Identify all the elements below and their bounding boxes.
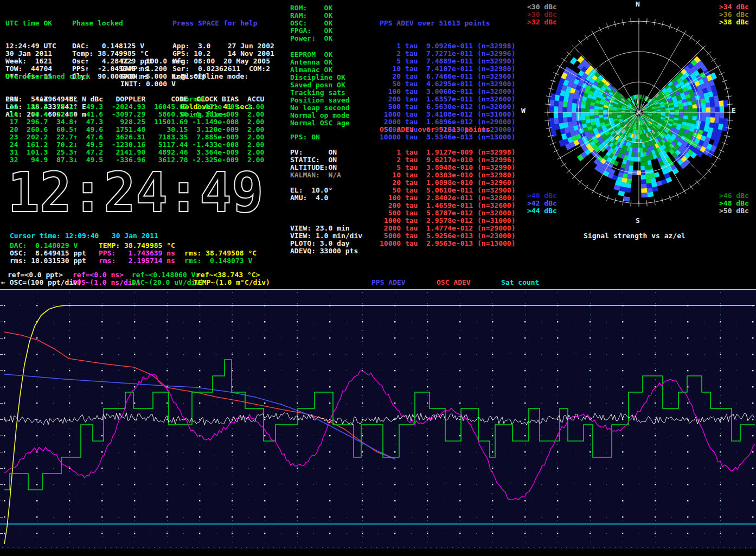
osc-adev-table: OSC ADEV over 51613 points 1 tau 1.9127e… bbox=[380, 111, 515, 263]
cursor-time: Cursor time: 12:09:40 30 Jan 2011 bbox=[10, 232, 158, 240]
cursor-value: OSC: 8.649415 ppt bbox=[10, 250, 86, 257]
gps-status-block: EEPROM OKAntenna OKAlmanac OKDiscipline … bbox=[290, 51, 350, 127]
sat-cell: 14 bbox=[5, 111, 18, 118]
loop-params-block: TC: 100.0 secDAMP: 1.200GAIN:-5.000 Hz/V… bbox=[120, 57, 188, 88]
sat-cell: ACCU bbox=[239, 95, 264, 103]
plot-ref-label: ref=<0.0 ns> bbox=[73, 271, 124, 279]
sat-table-header: PRN°AZ°ELdBcDOPPLERCODECLOCK BIASACCU bbox=[5, 95, 264, 103]
adev-row: 10 tau 2.0303e-010 (n=32980) bbox=[380, 171, 515, 179]
phase-status-title: Phase locked bbox=[72, 20, 153, 27]
sat-cell: 928.25 bbox=[103, 118, 145, 126]
fix-flag-line: ALTITUDE:ON bbox=[290, 164, 341, 171]
plot-ref-label: ref=<0.0 ppt> bbox=[8, 271, 63, 279]
adev-row: 500 tau 6.5630e-012 (n=32000) bbox=[380, 103, 515, 111]
dbc-legend-item: >40 dBc bbox=[527, 192, 557, 200]
dbc-legend-top-left: <30 dBc>30 dBc>32 dBc bbox=[527, 3, 557, 26]
plot-scale-label: PPS~(1.0 ns/div) bbox=[73, 279, 140, 286]
sat-cell: CLOCK BIAS bbox=[188, 95, 239, 103]
fix-flag-line: PV: ON bbox=[290, 149, 341, 156]
sat-cell: 57.2↓ bbox=[48, 103, 78, 111]
sat-cell: 2.00 bbox=[239, 111, 264, 118]
adev-row: 50 tau 5.0610e-011 (n=32900) bbox=[380, 187, 515, 194]
history-plot[interactable] bbox=[0, 289, 756, 556]
sat-cell: 2.071e-009 bbox=[188, 103, 239, 111]
help-hint: Press SPACE for help bbox=[172, 20, 274, 27]
loop-param-line: DAMP: 1.200 bbox=[120, 65, 188, 73]
cursor-value: DAC: 0.148029 V bbox=[10, 242, 78, 250]
adev-row: 10000 tau 2.9563e-013 (n=13000) bbox=[380, 240, 515, 247]
dbc-legend-bottom-right: >46 dBc>48 dBc>50 dBc bbox=[719, 192, 749, 215]
adev-row: 5000 tau 5.9256e-013 (n=23000) bbox=[380, 232, 515, 240]
cursor-value: rms: 38.749508 °C bbox=[184, 250, 257, 257]
dbc-legend-top-right: >34 dBc>36 dBc>38 dBc bbox=[719, 3, 749, 26]
adev-row: 1000 tau 2.9578e-012 (n=31000) bbox=[380, 217, 515, 225]
adev-row: 1 tau 9.0926e-011 (n=32998) bbox=[380, 42, 515, 50]
selftest-line: Power: OK bbox=[290, 35, 332, 42]
sat-cell: 101.3 bbox=[18, 149, 48, 156]
pps-adev-title: PPS ADEV over 51613 points bbox=[380, 20, 515, 27]
sat-cell: 7183.35 bbox=[145, 133, 188, 141]
gps-status-line: Normal op mode bbox=[290, 112, 350, 119]
sat-cell: -1230.16 bbox=[103, 141, 145, 149]
sat-table-row: 20260.660.5↑49.61751.4830.153.120e-0092.… bbox=[5, 126, 264, 133]
adev-row: 2000 tau 1.4774e-012 (n=29000) bbox=[380, 225, 515, 232]
loop-param-line: GAIN:-5.000 Hz/V bbox=[120, 73, 188, 80]
dbc-legend-bottom-left: >40 dBc>42 dBc>44 dBc bbox=[527, 192, 557, 215]
gps-status-line: Position saved bbox=[290, 97, 350, 104]
dbc-legend-item: >48 dBc bbox=[719, 200, 749, 207]
sat-table-row: 1446.422.8↓41.6-3097.295860.56-5.101e-00… bbox=[5, 111, 264, 118]
sat-cell: 2.00 bbox=[239, 149, 264, 156]
gps-status-line: Almanac OK bbox=[290, 66, 350, 74]
osc-adev-rows: 1 tau 1.9127e-009 (n=32998) 2 tau 9.6217… bbox=[380, 149, 515, 247]
plot-ref-label: ref~<38.743 °C> bbox=[196, 271, 260, 279]
sat-cell: 11 bbox=[5, 103, 18, 111]
sat-cell: °EL bbox=[48, 95, 78, 103]
dbc-legend-item: >50 dBc bbox=[719, 207, 749, 215]
polar-caption: Signal strength vs az/el bbox=[584, 232, 685, 240]
sat-cell: 47.2 bbox=[78, 149, 103, 156]
sat-cell: -5.101e-009 bbox=[188, 111, 239, 118]
view-line: VIEW: 23.0 min bbox=[290, 225, 362, 232]
view-info-block: VIEW: 23.0 minVIEW: 1.0 min/divPLOTQ: 3.… bbox=[290, 225, 362, 255]
gps-status-line: Tracking sats bbox=[290, 89, 350, 97]
sat-cell: 2141.90 bbox=[103, 149, 145, 156]
sat-cell: 47.3 bbox=[78, 118, 103, 126]
sat-cell: 182.2 bbox=[18, 103, 48, 111]
view-line: PLOTQ: 3.0 day bbox=[290, 240, 362, 247]
plot-ref-label: ref~<0.148060 V> bbox=[132, 271, 200, 279]
adev-row: 20 tau 6.7466e-011 (n=32960) bbox=[380, 73, 515, 80]
dbc-legend-item: >34 dBc bbox=[719, 3, 749, 11]
sat-table-row: 24161.270.2↓49.5-1230.165117.44-1.433e-0… bbox=[5, 141, 264, 149]
receiver-mode-title: Overdetermined clock bbox=[5, 73, 91, 80]
sat-table-row: 23202.222.7↑47.63626.317183.357.885e-009… bbox=[5, 133, 264, 141]
selftest-status-block: ROM: OKRAM: OKOSC: OKFPGA: OKPower: OK bbox=[290, 4, 332, 42]
gps-status-line: EEPROM OK bbox=[290, 51, 350, 59]
sat-cell: 30.15 bbox=[145, 126, 188, 133]
dbc-legend-item: >44 dBc bbox=[527, 207, 557, 215]
plot-scale-label: Sat count bbox=[501, 279, 539, 286]
sat-table-row: 17296.734.8↑47.3928.2511501.69-1.149e-00… bbox=[5, 118, 264, 126]
signal-filter-block: EL: 10.0°AMU: 4.0 bbox=[290, 187, 332, 202]
adev-row: 200 tau 1.6357e-011 (n=32600) bbox=[380, 95, 515, 103]
dbc-legend-item: >42 dBc bbox=[527, 200, 557, 207]
satellite-signal-polar-plot bbox=[529, 5, 749, 220]
sat-cell: 46.4 bbox=[18, 111, 48, 118]
gps-status-line: Saved posn OK bbox=[290, 81, 350, 89]
selftest-line: RAM: OK bbox=[290, 12, 332, 20]
fix-flags-block: PV: ONSTATIC: ONALTITUDE:ONKALMAN: N/A bbox=[290, 149, 341, 179]
sat-table-row: 11182.257.2↓49.3-2024.9316045.632.071e-0… bbox=[5, 103, 264, 111]
sat-cell: 31 bbox=[5, 149, 18, 156]
sat-cell: 41.6 bbox=[78, 111, 103, 118]
compass-west: W bbox=[521, 107, 526, 114]
adev-row: 500 tau 5.8787e-012 (n=32000) bbox=[380, 209, 515, 217]
sat-cell: DOPPLER bbox=[103, 95, 145, 103]
sat-cell: 3.364e-009 bbox=[188, 149, 239, 156]
adev-row: 5 tau 3.8948e-010 (n=32990) bbox=[380, 164, 515, 171]
plot-scale-label: OSC ADEV bbox=[437, 279, 471, 286]
fix-flag-line: STATIC: ON bbox=[290, 156, 341, 164]
sat-cell: PRN bbox=[5, 95, 18, 103]
dbc-legend-item: >38 dBc bbox=[719, 18, 749, 26]
lady-heather-gpsdo-screen: UTC time OK 12:24:49 UTC30 Jan 2011Week:… bbox=[0, 0, 756, 556]
dbc-legend-item: >46 dBc bbox=[719, 192, 749, 200]
phase-line: Temp: 38.749985 °C bbox=[72, 50, 153, 57]
